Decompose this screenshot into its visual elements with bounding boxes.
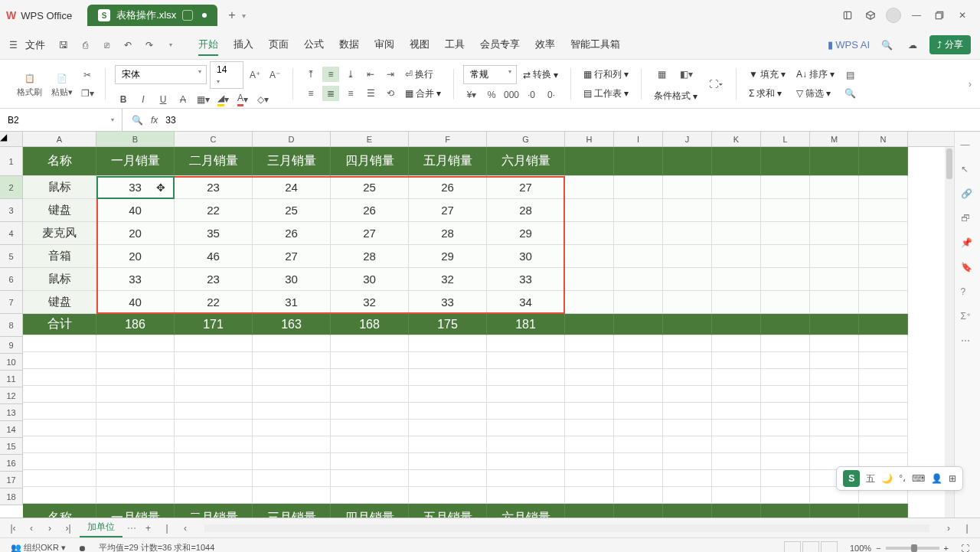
cell[interactable]: 29 bbox=[487, 222, 565, 245]
highlight-button[interactable]: ◇▾ bbox=[254, 92, 271, 107]
cell[interactable] bbox=[614, 222, 663, 245]
cell[interactable] bbox=[175, 386, 253, 403]
cell[interactable] bbox=[565, 147, 614, 176]
cell[interactable] bbox=[859, 199, 908, 222]
cell[interactable]: 26 bbox=[331, 199, 409, 222]
cell[interactable]: 27 bbox=[253, 245, 331, 268]
border-button[interactable]: ▦▾ bbox=[194, 92, 211, 107]
cell[interactable] bbox=[331, 420, 409, 436]
column-header[interactable]: F bbox=[409, 132, 487, 146]
bookmark-icon[interactable]: 🔖 bbox=[961, 262, 975, 276]
select-all-corner[interactable]: ◢ bbox=[0, 132, 23, 146]
cell[interactable]: 20 bbox=[96, 245, 175, 268]
cell[interactable] bbox=[761, 199, 810, 222]
percent-icon[interactable]: % bbox=[483, 87, 500, 103]
cell[interactable]: 46 bbox=[175, 245, 253, 268]
cell[interactable]: 32 bbox=[409, 268, 487, 291]
align-top-icon[interactable]: ⤒ bbox=[302, 67, 319, 82]
row-header[interactable]: 1 bbox=[0, 147, 23, 176]
cell[interactable]: 23 bbox=[175, 268, 253, 291]
ribbon-scroll-right[interactable]: › bbox=[965, 72, 975, 96]
cell[interactable] bbox=[712, 386, 761, 403]
row-header[interactable]: 6 bbox=[0, 268, 23, 291]
cell[interactable] bbox=[761, 335, 810, 352]
cell[interactable]: 30 bbox=[487, 245, 565, 268]
cell[interactable]: 29 bbox=[409, 245, 487, 268]
cell[interactable] bbox=[96, 352, 175, 369]
cell[interactable] bbox=[712, 199, 761, 222]
cell[interactable] bbox=[175, 470, 253, 487]
row-header[interactable]: 15 bbox=[0, 438, 23, 455]
cell[interactable] bbox=[487, 470, 565, 487]
cell[interactable] bbox=[96, 369, 175, 386]
italic-button[interactable]: I bbox=[135, 92, 152, 107]
cell[interactable] bbox=[23, 386, 96, 403]
view-break-button[interactable] bbox=[821, 541, 838, 553]
cell[interactable] bbox=[253, 470, 331, 487]
cell[interactable] bbox=[565, 291, 614, 314]
cell[interactable]: 181 bbox=[487, 314, 565, 335]
filter-button[interactable]: ▽ 筛选▾ bbox=[793, 86, 838, 102]
cell[interactable]: 二月销量 bbox=[175, 504, 253, 518]
cell[interactable] bbox=[487, 420, 565, 436]
tab-view[interactable]: 视图 bbox=[410, 34, 430, 56]
cell[interactable] bbox=[761, 420, 810, 436]
convert-button[interactable]: ⇄ 转换▾ bbox=[520, 67, 561, 83]
hscroll-left[interactable]: | bbox=[160, 523, 174, 534]
cell[interactable] bbox=[663, 386, 712, 403]
cell[interactable] bbox=[810, 352, 859, 369]
conditional-format-button[interactable]: 条件格式▾ bbox=[651, 88, 701, 104]
cell[interactable] bbox=[810, 222, 859, 245]
hscroll-right-arrow[interactable]: › bbox=[942, 523, 956, 534]
sort-button[interactable]: A↓ 排序▾ bbox=[793, 67, 838, 83]
cell[interactable] bbox=[96, 453, 175, 470]
cell[interactable] bbox=[761, 268, 810, 291]
fullscreen-icon[interactable]: ⛶ bbox=[961, 544, 969, 553]
cell[interactable] bbox=[859, 268, 908, 291]
cell[interactable] bbox=[859, 369, 908, 386]
cell[interactable] bbox=[663, 335, 712, 352]
cell[interactable] bbox=[175, 403, 253, 420]
redo-icon[interactable]: ↷ bbox=[140, 36, 158, 54]
view-normal-button[interactable] bbox=[784, 541, 801, 553]
cell[interactable]: 五月销量 bbox=[409, 147, 487, 176]
cell[interactable] bbox=[487, 335, 565, 352]
cell[interactable] bbox=[331, 386, 409, 403]
cell[interactable] bbox=[614, 147, 663, 176]
cell[interactable] bbox=[859, 314, 908, 335]
undo-icon[interactable]: ↶ bbox=[119, 36, 137, 54]
cell[interactable] bbox=[614, 403, 663, 420]
tab-formula[interactable]: 公式 bbox=[304, 34, 324, 56]
cell[interactable]: 鼠标 bbox=[23, 176, 96, 199]
cell[interactable] bbox=[810, 199, 859, 222]
ime-user-icon[interactable]: 👤 bbox=[931, 473, 942, 484]
column-header[interactable]: J bbox=[663, 132, 712, 146]
cell[interactable] bbox=[614, 420, 663, 436]
cell[interactable] bbox=[859, 504, 908, 518]
sheet-prev-button[interactable]: ‹ bbox=[24, 523, 38, 534]
cell[interactable] bbox=[96, 487, 175, 504]
cell[interactable] bbox=[614, 245, 663, 268]
cell[interactable] bbox=[23, 352, 96, 369]
number-format-select[interactable]: 常规▾ bbox=[463, 65, 517, 84]
cell[interactable] bbox=[409, 420, 487, 436]
cell[interactable] bbox=[175, 453, 253, 470]
cell[interactable]: 名称 bbox=[23, 504, 96, 518]
increase-decimal-icon[interactable]: ·0 bbox=[523, 87, 540, 103]
formula-input[interactable]: 33 bbox=[165, 115, 971, 126]
cell[interactable] bbox=[810, 403, 859, 420]
cell[interactable] bbox=[663, 436, 712, 453]
cell[interactable] bbox=[712, 335, 761, 352]
cell[interactable] bbox=[614, 436, 663, 453]
cell[interactable] bbox=[253, 386, 331, 403]
align-middle-icon[interactable]: ≡ bbox=[322, 67, 339, 82]
cell[interactable] bbox=[253, 352, 331, 369]
row-header[interactable]: 12 bbox=[0, 387, 23, 404]
cell[interactable]: 27 bbox=[331, 222, 409, 245]
cell[interactable]: 30 bbox=[331, 268, 409, 291]
fx-icon[interactable]: fx bbox=[151, 115, 158, 126]
view-page-button[interactable] bbox=[802, 541, 819, 553]
cell[interactable] bbox=[663, 470, 712, 487]
cell[interactable] bbox=[565, 314, 614, 335]
cell[interactable] bbox=[663, 453, 712, 470]
